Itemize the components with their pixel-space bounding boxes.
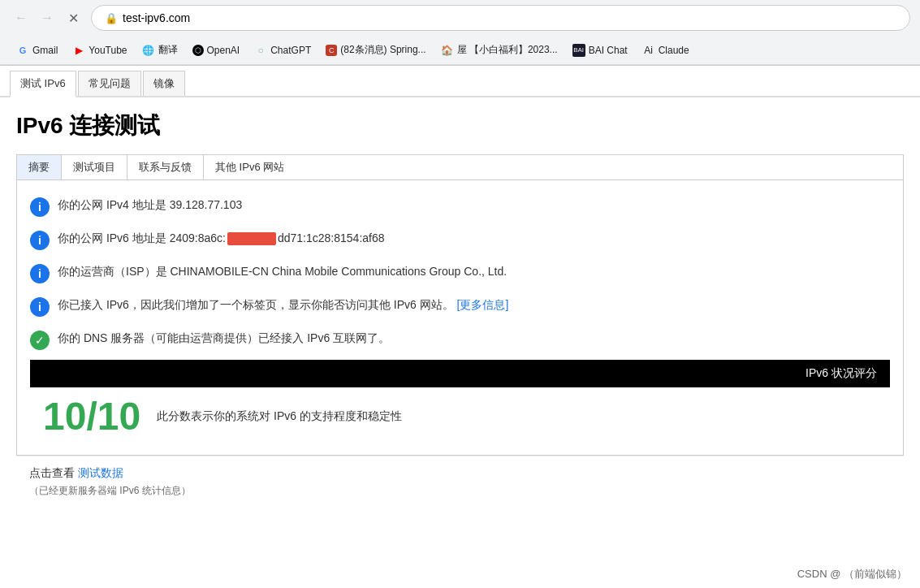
score-header: IPv6 状况评分 — [30, 360, 890, 387]
bookmark-label: Gmail — [32, 45, 58, 56]
page-tabs: 测试 IPv6 常见问题 镜像 — [0, 66, 920, 97]
translate-icon: 🌐 — [142, 44, 155, 57]
bookmark-gmail[interactable]: G Gmail — [10, 41, 64, 60]
gmail-icon: G — [16, 44, 29, 57]
browser-chrome: ← → ✕ 🔒 G Gmail ▶ YouTube 🌐 翻译 ⬡ OpenAI … — [0, 0, 920, 66]
bookmark-chatgpt[interactable]: ○ ChatGPT — [248, 41, 317, 60]
bookmarks-bar: G Gmail ▶ YouTube 🌐 翻译 ⬡ OpenAI ○ ChatGP… — [0, 36, 920, 65]
page-title: IPv6 连接测试 — [16, 110, 904, 141]
bookmark-translate[interactable]: 🌐 翻译 — [136, 40, 184, 60]
close-button[interactable]: ✕ — [62, 6, 84, 29]
info-text-isp: 你的运营商（ISP）是 CHINAMOBILE-CN China Mobile … — [58, 263, 890, 280]
bookmark-label: Claude — [659, 45, 689, 56]
nav-buttons: ← → ✕ — [10, 6, 84, 29]
tab-faq[interactable]: 常见问题 — [78, 71, 141, 96]
lock-icon: 🔒 — [105, 12, 118, 24]
bookmark-label: 屋 【小白福利】2023... — [457, 43, 558, 57]
openai-icon: ⬡ — [192, 45, 204, 56]
footer-section: 点击查看 测试数据 （已经更新服务器端 IPv6 统计信息） — [16, 456, 904, 508]
xiaobai-icon: 🏠 — [441, 44, 454, 57]
info-text-ipv6: 你的公网 IPv6 地址是 2409:8a6c: dd71:1c28:8154:… — [58, 230, 890, 247]
info-icon-isp: i — [30, 264, 50, 283]
bai-icon: BAI — [572, 44, 585, 57]
tab-test-ipv6[interactable]: 测试 IPv6 — [10, 71, 76, 97]
footer-note: （已经更新服务器端 IPv6 统计信息） — [29, 484, 891, 498]
info-text-notice: 你已接入 IPv6，因此我们增加了一个标签页，显示你能否访问其他 IPv6 网站… — [58, 296, 890, 313]
content-tab-contact[interactable]: 联系与反馈 — [127, 155, 204, 179]
address-bar[interactable]: 🔒 — [91, 5, 910, 31]
content-tabs: 摘要 测试项目 联系与反馈 其他 IPv6 网站 — [16, 154, 904, 180]
url-input[interactable] — [123, 11, 896, 24]
info-icon-ipv4: i — [30, 197, 50, 217]
bookmark-label: 翻译 — [158, 43, 178, 57]
info-row-notice: i 你已接入 IPv6，因此我们增加了一个标签页，显示你能否访问其他 IPv6 … — [30, 290, 890, 323]
info-row-dns: ✓ 你的 DNS 服务器（可能由运营商提供）已经接入 IPv6 互联网了。 — [30, 323, 890, 357]
info-text-ipv4: 你的公网 IPv4 地址是 39.128.77.103 — [58, 197, 890, 214]
more-info-link[interactable]: [更多信息] — [457, 298, 509, 311]
score-description: 此分数表示你的系统对 IPv6 的支持程度和稳定性 — [157, 409, 402, 424]
youtube-icon: ▶ — [72, 44, 85, 57]
chatgpt-icon: ○ — [254, 44, 267, 57]
score-number: 10/10 — [43, 394, 140, 439]
bookmark-baichat[interactable]: BAI BAI Chat — [566, 41, 634, 60]
bookmark-xiaobai[interactable]: 🏠 屋 【小白福利】2023... — [434, 40, 564, 60]
content-tab-tests[interactable]: 测试项目 — [62, 155, 127, 179]
score-body: 10/10 此分数表示你的系统对 IPv6 的支持程度和稳定性 — [30, 387, 890, 445]
info-text-dns: 你的 DNS 服务器（可能由运营商提供）已经接入 IPv6 互联网了。 — [58, 330, 890, 347]
tab-mirror[interactable]: 镜像 — [143, 71, 185, 96]
bookmark-openai[interactable]: ⬡ OpenAI — [186, 41, 247, 59]
content-tab-other-ipv6[interactable]: 其他 IPv6 网站 — [204, 155, 296, 179]
bookmark-label: (82条消息) Spring... — [340, 43, 425, 57]
info-row-isp: i 你的运营商（ISP）是 CHINAMOBILE-CN China Mobil… — [30, 257, 890, 290]
test-data-link[interactable]: 测试数据 — [78, 466, 123, 479]
bookmark-label: BAI Chat — [589, 45, 628, 56]
bookmark-label: OpenAI — [207, 45, 240, 56]
info-icon-ipv6: i — [30, 231, 50, 250]
bookmark-youtube[interactable]: ▶ YouTube — [66, 41, 133, 60]
forward-button[interactable]: → — [36, 6, 58, 29]
bookmark-label: YouTube — [89, 45, 127, 56]
content-tab-summary[interactable]: 摘要 — [17, 155, 62, 179]
back-button[interactable]: ← — [10, 6, 32, 29]
info-row-ipv6: i 你的公网 IPv6 地址是 2409:8a6c: dd71:1c28:815… — [30, 223, 890, 257]
spring-icon: C — [326, 45, 337, 56]
main-content: IPv6 连接测试 摘要 测试项目 联系与反馈 其他 IPv6 网站 i 你的公… — [0, 97, 920, 521]
claude-icon: Ai — [642, 44, 655, 57]
redacted-ipv6 — [227, 232, 276, 245]
info-row-ipv4: i 你的公网 IPv4 地址是 39.128.77.103 — [30, 190, 890, 223]
info-section: i 你的公网 IPv4 地址是 39.128.77.103 i 你的公网 IPv… — [16, 180, 904, 456]
bookmark-claude[interactable]: Ai Claude — [636, 41, 696, 60]
info-icon-dns: ✓ — [30, 331, 50, 350]
footer-prefix: 点击查看 — [29, 466, 78, 479]
info-icon-notice: i — [30, 297, 50, 317]
bookmark-label: ChatGPT — [270, 45, 311, 56]
browser-toolbar: ← → ✕ 🔒 — [0, 0, 920, 36]
bookmark-spring[interactable]: C (82条消息) Spring... — [319, 40, 432, 60]
